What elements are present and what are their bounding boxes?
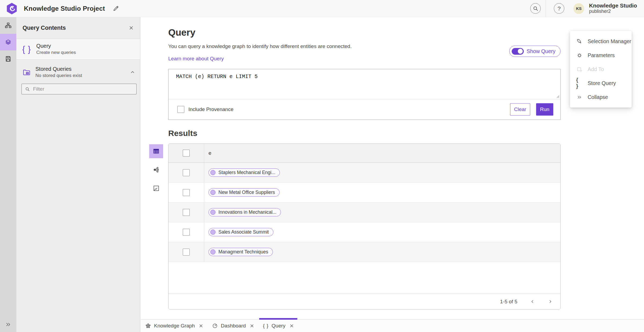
braces-icon — [22, 45, 31, 53]
search-button[interactable] — [530, 3, 541, 14]
save-icon — [5, 56, 12, 62]
include-provenance-label: Include Provenance — [188, 106, 233, 112]
show-query-toggle[interactable]: Show Query — [509, 46, 561, 57]
clear-button[interactable]: Clear — [510, 103, 530, 116]
page-title: Query — [168, 27, 561, 38]
edit-project-title-button[interactable] — [112, 5, 119, 12]
rail-item-save[interactable] — [0, 50, 16, 67]
resize-handle[interactable] — [556, 94, 559, 98]
filter-field — [21, 84, 137, 94]
query-description: You can query a knowledge graph to ident… — [168, 43, 561, 49]
include-provenance-checkbox[interactable] — [177, 106, 184, 113]
run-button[interactable]: Run — [536, 103, 553, 116]
column-header-e: e — [208, 150, 211, 156]
double-chevron-right-icon — [5, 321, 12, 328]
show-query-label: Show Query — [527, 48, 555, 54]
table-row: New Metal Office Suppliers — [169, 183, 560, 202]
row-checkbox[interactable] — [183, 229, 190, 236]
store-query-item[interactable]: Store Query — [570, 76, 632, 90]
app-logo-icon — [6, 3, 17, 14]
help-icon: ? — [558, 5, 561, 12]
entity-dot-icon — [210, 210, 215, 215]
user-info: Knowledge Studio publisher2 — [589, 3, 637, 14]
user-avatar[interactable]: KS — [573, 3, 584, 14]
tab-close-icon[interactable] — [290, 324, 294, 328]
panel-item-subtitle: Create new queries — [36, 50, 76, 55]
results-title: Results — [168, 129, 561, 138]
selection-manager-item[interactable]: Selection Manager — [570, 34, 632, 48]
query-contents-panel: Query Contents Query Create new queries — [16, 17, 140, 332]
entity-pill[interactable]: Managment Techniques — [208, 248, 273, 256]
entity-pill[interactable]: New Metal Office Suppliers — [208, 188, 280, 197]
view-map-button[interactable] — [149, 181, 163, 195]
query-box-footer: Include Provenance Clear Run — [169, 99, 560, 120]
panel-header: Query Contents — [16, 17, 140, 39]
rail-item-data-model[interactable] — [0, 17, 16, 34]
table-row: Innovations in Mechanical... — [169, 202, 560, 222]
braces-icon — [263, 323, 269, 329]
search-icon — [533, 6, 539, 12]
data-model-icon — [5, 22, 12, 29]
pagination-next-button[interactable] — [546, 297, 554, 306]
main-content: Query You can query a knowledge graph to… — [141, 17, 644, 332]
layers-icon — [5, 39, 12, 46]
table-empty-space — [169, 262, 560, 294]
entity-dot-icon — [210, 190, 215, 195]
pagination-range-label: 1-5 of 5 — [500, 299, 517, 305]
results-table: e Staplers Mechanical Engi... — [168, 143, 561, 309]
user-role-label: publisher2 — [589, 9, 637, 14]
table-header-row: e — [169, 144, 560, 163]
parameters-item[interactable]: Parameters — [570, 48, 632, 62]
add-to-item: Add To — [570, 62, 632, 76]
table-icon — [153, 148, 160, 155]
row-checkbox[interactable] — [183, 249, 190, 256]
learn-more-link[interactable]: Learn more about Query — [168, 56, 224, 62]
app-name-label: Knowledge Studio — [589, 3, 637, 9]
selection-manager-icon — [576, 38, 583, 45]
tab-dashboard[interactable]: Dashboard — [207, 320, 258, 332]
entity-pill[interactable]: Sales Associate Summit — [208, 228, 273, 236]
app-header: Knowledge Studio Project ? — [0, 0, 644, 17]
collapse-item[interactable]: Collapse — [570, 90, 632, 104]
tab-query[interactable]: Query — [258, 320, 298, 332]
filter-input[interactable] — [33, 86, 133, 92]
map-icon — [153, 185, 160, 192]
entity-pill[interactable]: Innovations in Mechanical... — [208, 208, 281, 216]
tab-knowledge-graph[interactable]: Knowledge Graph — [141, 320, 207, 332]
entity-pill[interactable]: Staplers Mechanical Engi... — [208, 168, 280, 177]
pagination-prev-button[interactable] — [528, 297, 537, 306]
header-divider — [546, 0, 546, 17]
left-action-rail — [0, 17, 16, 332]
query-editor[interactable]: MATCH (e) RETURN e LIMIT 5 — [169, 69, 560, 99]
stored-queries-folder-icon — [22, 68, 31, 76]
row-checkbox[interactable] — [183, 189, 190, 196]
view-table-button[interactable] — [149, 144, 163, 158]
toggle-switch[interactable] — [512, 48, 524, 55]
entity-dot-icon — [210, 230, 215, 235]
add-to-icon — [576, 66, 583, 72]
view-link-chart-button[interactable] — [149, 163, 163, 177]
close-icon — [129, 25, 134, 30]
table-row: Managment Techniques — [169, 242, 560, 262]
stored-queries-subtitle: No stored queries exist — [35, 73, 82, 78]
project-title: Knowledge Studio Project — [24, 5, 105, 12]
select-all-checkbox[interactable] — [183, 150, 190, 157]
row-checkbox[interactable] — [183, 209, 190, 216]
chevron-up-icon[interactable] — [130, 69, 135, 75]
stored-queries-section[interactable]: Stored Queries No stored queries exist — [16, 60, 140, 78]
link-chart-icon — [153, 166, 160, 173]
help-button[interactable]: ? — [554, 3, 564, 14]
table-pagination: 1-5 of 5 — [169, 294, 560, 309]
entity-dot-icon — [210, 249, 215, 254]
rail-expand-button[interactable] — [0, 319, 16, 330]
rail-item-layers[interactable] — [0, 34, 16, 50]
tab-close-icon[interactable] — [199, 324, 203, 328]
tab-close-icon[interactable] — [250, 324, 254, 328]
query-editor-box: MATCH (e) RETURN e LIMIT 5 Include Prove… — [168, 69, 561, 120]
row-checkbox[interactable] — [183, 169, 190, 176]
panel-close-button[interactable] — [129, 25, 134, 30]
results-view-switcher — [149, 144, 163, 195]
knowledge-studio-app: Knowledge Studio Project ? — [0, 0, 644, 332]
table-row: Sales Associate Summit — [169, 222, 560, 242]
panel-item-query[interactable]: Query Create new queries — [16, 39, 140, 60]
